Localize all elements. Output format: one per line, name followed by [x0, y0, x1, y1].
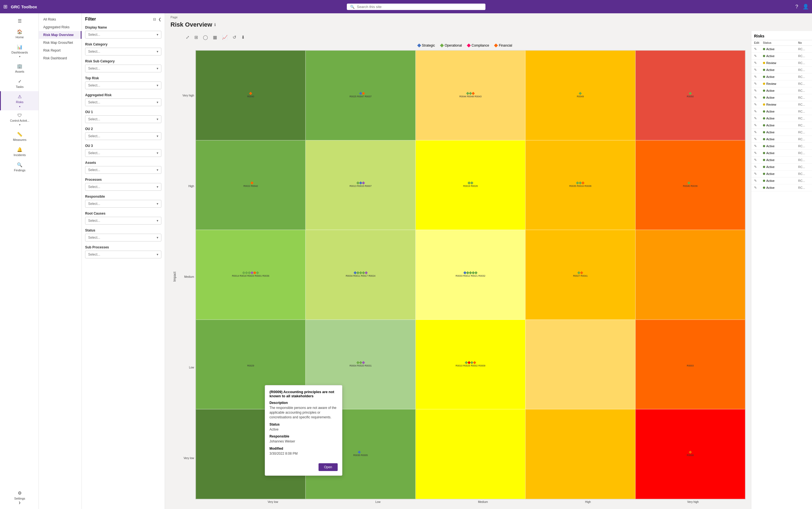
matrix-cell-5-4[interactable] [526, 409, 635, 499]
edit-icon[interactable]: ✎ [754, 47, 761, 51]
user-avatar-icon[interactable]: 👤 [803, 4, 809, 10]
sidenav-item-findings[interactable]: 🔍 Findings [0, 160, 38, 175]
toolbar-grid-icon[interactable]: ⊞ [193, 34, 199, 41]
matrix-cell-1-1[interactable]: R0040 [196, 50, 305, 140]
matrix-cell-2-1[interactable]: R0022 R0042 [196, 140, 305, 230]
filter-collapse-icon[interactable]: ❮ [158, 17, 161, 21]
list-item: ✎ Active RC... [751, 129, 812, 136]
filter-select-ou2[interactable]: Select... ▾ [85, 132, 161, 140]
filter-select-top-risk[interactable]: Select... ▾ [85, 81, 161, 89]
toolbar-table-icon[interactable]: ▦ [211, 34, 218, 41]
toolbar-expand-icon[interactable]: ⤢ [184, 34, 191, 41]
edit-icon[interactable]: ✎ [754, 68, 761, 72]
filter-group-risk-category: Risk Category Select... ▾ [85, 42, 161, 56]
edit-icon[interactable]: ✎ [754, 109, 761, 113]
edit-icon[interactable]: ✎ [754, 96, 761, 100]
matrix-cell-4-5[interactable]: R0003 [635, 320, 745, 409]
filter-select-ou1[interactable]: Select... ▾ [85, 115, 161, 123]
matrix-cell-1-4[interactable]: R0049 [526, 50, 635, 140]
matrix-cell-3-1[interactable]: R0014 R0018 R0023 R0001 R0036 [196, 230, 305, 320]
edit-icon[interactable]: ✎ [754, 61, 761, 65]
edit-icon[interactable]: ✎ [754, 179, 761, 183]
status-badge: Review [763, 61, 796, 65]
subnav-risk-dashboard[interactable]: Risk Dashboard [39, 54, 81, 62]
matrix-cell-2-4[interactable]: R0035 R0016 R0038 [526, 140, 635, 230]
filter-options-icon[interactable]: ⊟ [153, 17, 156, 21]
filter-select-sub-processes[interactable]: Select... ▾ [85, 250, 161, 259]
filter-select-risk-sub-category[interactable]: Select... ▾ [85, 65, 161, 72]
filter-select-status[interactable]: Select... ▾ [85, 234, 161, 241]
matrix-cell-2-3[interactable]: R0019 R0028 [415, 140, 526, 230]
matrix-cell-4-4[interactable] [526, 320, 635, 409]
risk-number: RC... [798, 110, 809, 113]
matrix-cell-1-2[interactable]: R0025 R0047 R0037 [305, 50, 415, 140]
edit-icon[interactable]: ✎ [754, 130, 761, 134]
subnav-risk-report[interactable]: Risk Report [39, 46, 81, 54]
search-bar[interactable]: 🔍 [347, 4, 485, 10]
chevron-down-icon: ▾ [157, 236, 158, 240]
chevron-down-icon: ▾ [157, 252, 158, 257]
sidenav-item-measures[interactable]: 📏 Measures [0, 129, 38, 144]
edit-icon[interactable]: ✎ [754, 103, 761, 106]
legend-financial: Financial [495, 43, 512, 47]
sidenav-item-risks[interactable]: ⚠ Risks ▴ [0, 91, 38, 110]
edit-icon[interactable]: ✎ [754, 165, 761, 169]
edit-icon[interactable]: ✎ [754, 158, 761, 162]
subnav-risk-map-gross-net[interactable]: Risk Map Gross/Net [39, 39, 81, 46]
edit-icon[interactable]: ✎ [754, 186, 761, 190]
sidenav-item-assets[interactable]: 🏢 Assets [0, 61, 38, 76]
tooltip-open-button[interactable]: Open [318, 463, 338, 471]
status-dot [763, 110, 765, 112]
matrix-cell-4-3[interactable]: R0010 R0026 R0002 R0009 [415, 320, 526, 409]
edit-icon[interactable]: ✎ [754, 89, 761, 93]
edit-icon[interactable]: ✎ [754, 144, 761, 148]
sidenav-item-control[interactable]: 🛡 Control Activit... ▾ [0, 110, 38, 129]
filter-select-display-name[interactable]: Select... ▾ [85, 31, 161, 38]
matrix-cell-1-3[interactable]: R0044 R0048 R0043 [415, 50, 526, 140]
info-icon[interactable]: ℹ [214, 23, 216, 27]
matrix-cell-3-2[interactable]: R0034 R0011 R0017 R0024 [305, 230, 415, 320]
filter-select-risk-category[interactable]: Select... ▾ [85, 48, 161, 56]
edit-icon[interactable]: ✎ [754, 54, 761, 58]
search-input[interactable] [357, 5, 482, 9]
matrix-cell-5-3[interactable] [415, 409, 526, 499]
matrix-cell-1-5[interactable]: R0050 [635, 50, 745, 140]
matrix-cell-2-5[interactable]: R0045 R0039 [635, 140, 745, 230]
filter-select-root-causes[interactable]: Select... ▾ [85, 217, 161, 225]
edit-icon[interactable]: ✎ [754, 116, 761, 120]
sidenav-item-settings[interactable]: ⚙ Settings ❯ [0, 488, 38, 507]
subnav-all-risks[interactable]: All Risks [39, 15, 81, 23]
toolbar-download-icon[interactable]: ⬇ [240, 34, 246, 41]
sidenav-item-tasks[interactable]: ✓ Tasks [0, 76, 38, 91]
filter-select-ou3[interactable]: Select... ▾ [85, 149, 161, 157]
filter-select-processes[interactable]: Select... ▾ [85, 183, 161, 191]
matrix-cell-3-5[interactable] [635, 230, 745, 320]
apps-grid-icon[interactable]: ⊞ [3, 4, 7, 10]
edit-icon[interactable]: ✎ [754, 151, 761, 155]
help-icon[interactable]: ? [796, 4, 798, 10]
filter-value-aggregated-risk: Select... [88, 100, 100, 104]
matrix-cell-3-4[interactable]: R0027 R0041 [526, 230, 635, 320]
status-badge: Review [763, 82, 796, 86]
matrix-cell-5-5[interactable]: R0008 [635, 409, 745, 499]
edit-icon[interactable]: ✎ [754, 75, 761, 79]
matrix-cell-2-2[interactable]: R0013 R0015 R0007 [305, 140, 415, 230]
filter-select-assets[interactable]: Select... ▾ [85, 166, 161, 174]
edit-icon[interactable]: ✎ [754, 172, 761, 176]
toolbar-chart-icon[interactable]: 📈 [221, 34, 229, 41]
edit-icon[interactable]: ✎ [754, 137, 761, 141]
filter-select-aggregated-risk[interactable]: Select... ▾ [85, 98, 161, 106]
subnav-aggregated-risks[interactable]: Aggregated Risks [39, 23, 81, 31]
sidenav-item-dashboards[interactable]: 📊 Dashboards ▾ [0, 42, 38, 61]
risks-panel-rows: ✎ Active RC... ✎ Active RC... ✎ Review R… [751, 46, 812, 509]
filter-select-responsible[interactable]: Select... ▾ [85, 200, 161, 208]
sidenav-item-incidents[interactable]: 🔔 Incidents [0, 144, 38, 160]
matrix-cell-3-3[interactable]: R0033 R0012 R0021 R0032 [415, 230, 526, 320]
sidenav-item-home[interactable]: 🏠 Home [0, 26, 38, 42]
edit-icon[interactable]: ✎ [754, 82, 761, 86]
edit-icon[interactable]: ✎ [754, 123, 761, 127]
subnav-risk-map-overview[interactable]: Risk Map Overview [39, 31, 81, 39]
toolbar-circle-icon[interactable]: ◯ [202, 34, 209, 41]
sidenav-menu-toggle[interactable]: ☰ [0, 15, 38, 26]
toolbar-refresh-icon[interactable]: ↺ [231, 34, 238, 41]
